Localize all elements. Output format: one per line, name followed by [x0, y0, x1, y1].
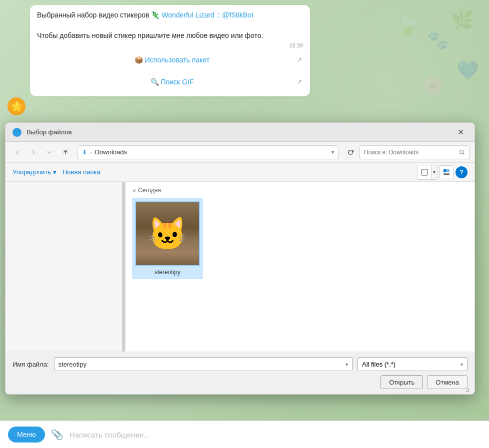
- view-details-button[interactable]: [440, 165, 454, 179]
- filetype-value: All files (*.*): [362, 361, 396, 368]
- filename-dropdown-icon[interactable]: ▾: [346, 362, 348, 367]
- filename-input-container[interactable]: stereotipy ▾: [54, 357, 352, 371]
- dialog-actions-bar: Упорядочить ▾ Новая папка ▾ ?: [6, 163, 474, 182]
- nav-up-button[interactable]: [58, 145, 72, 159]
- new-folder-button[interactable]: Новая папка: [62, 168, 100, 176]
- section-header: ∨ Сегодня: [132, 187, 468, 194]
- view-dropdown-arrow[interactable]: ▾: [432, 169, 437, 175]
- path-text: Downloads: [95, 148, 328, 156]
- file-name: stereotipy: [154, 269, 180, 276]
- svg-rect-5: [444, 173, 450, 174]
- path-dropdown-icon[interactable]: ▾: [332, 149, 334, 155]
- bottom-bar: Меню 📎 Написать сообщение...: [0, 421, 489, 448]
- svg-rect-2: [422, 169, 428, 175]
- filename-row: Имя файла: stereotipy ▾ All files (*.*) …: [12, 357, 468, 371]
- view-list-button[interactable]: [418, 165, 432, 179]
- message-time: 15:39: [37, 42, 303, 48]
- path-download-icon: ⬇: [82, 149, 87, 156]
- external-link-icon: ↗: [297, 78, 302, 85]
- refresh-button[interactable]: [344, 145, 358, 159]
- nav-forward-button[interactable]: [26, 145, 40, 159]
- search-icon: [459, 149, 465, 155]
- view-toggle: ▾ ?: [417, 165, 468, 180]
- file-dialog: Выбор файлов ✕ ⬇ › Downloads ▾: [5, 122, 475, 395]
- menu-button[interactable]: Меню: [8, 427, 45, 443]
- nav-scrollbar[interactable]: [122, 182, 125, 352]
- dialog-footer: Имя файла: stereotipy ▾ All files (*.*) …: [6, 352, 474, 394]
- nav-pane: [6, 182, 126, 352]
- cancel-button[interactable]: Отмена: [427, 375, 468, 389]
- section-toggle-icon[interactable]: ∨: [132, 188, 136, 193]
- message-input-placeholder[interactable]: Написать сообщение...: [70, 431, 481, 439]
- message-text: Выбранный набор видео стикеров 🦎 Wonderf…: [37, 10, 303, 40]
- file-item[interactable]: stereotipy: [132, 198, 202, 279]
- help-button[interactable]: ?: [456, 166, 468, 178]
- cat-image: [136, 202, 199, 265]
- svg-point-0: [14, 130, 20, 135]
- dialog-close-button[interactable]: ✕: [454, 125, 468, 139]
- dialog-toolbar: ⬇ › Downloads ▾: [6, 142, 474, 163]
- svg-rect-3: [444, 169, 446, 172]
- search-input[interactable]: [364, 149, 457, 156]
- bot-link[interactable]: Wonderful Lizard :: @fStikBot: [162, 11, 254, 19]
- search-bar: [360, 145, 470, 159]
- filename-label: Имя файла:: [12, 361, 49, 368]
- use-pack-button[interactable]: 📦 Использовать пакет ↗: [37, 50, 307, 69]
- svg-point-1: [460, 150, 464, 153]
- section-label: Сегодня: [138, 187, 161, 194]
- svg-rect-6: [444, 174, 450, 175]
- avatar: 🌟: [8, 97, 26, 115]
- resize-handle[interactable]: ⊿: [466, 387, 472, 393]
- message-bubble: Выбранный набор видео стикеров 🦎 Wonderf…: [30, 5, 310, 96]
- external-link-icon: ↗: [297, 56, 302, 63]
- path-separator: ›: [90, 149, 92, 155]
- dialog-title-text: Выбор файлов: [26, 128, 448, 136]
- open-button[interactable]: Открыть: [380, 375, 423, 389]
- filetype-dropdown-icon[interactable]: ▾: [460, 362, 463, 367]
- sort-button[interactable]: Упорядочить ▾: [12, 168, 56, 176]
- file-thumbnail: [135, 201, 200, 266]
- search-gif-button[interactable]: 🔍 Поиск GIF ↗: [37, 72, 307, 91]
- dialog-title-icon: [12, 128, 22, 137]
- content-pane: ∨ Сегодня stereotipy: [126, 182, 474, 352]
- path-bar: ⬇ › Downloads ▾: [78, 145, 338, 159]
- attach-icon[interactable]: 📎: [51, 429, 64, 441]
- nav-dropdown-button[interactable]: [42, 145, 56, 159]
- bot-buttons: 📦 Использовать пакет ↗ 🔍 Поиск GIF ↗: [37, 50, 303, 91]
- svg-rect-4: [447, 169, 450, 172]
- dialog-titlebar: Выбор файлов ✕: [6, 123, 474, 142]
- filetype-select[interactable]: All files (*.*) ▾: [358, 357, 468, 371]
- dialog-body: ∨ Сегодня stereotipy: [6, 182, 474, 352]
- footer-buttons: Открыть Отмена ⊿: [12, 375, 468, 389]
- filename-input-value: stereotipy: [58, 361, 86, 368]
- nav-back-button[interactable]: [10, 145, 24, 159]
